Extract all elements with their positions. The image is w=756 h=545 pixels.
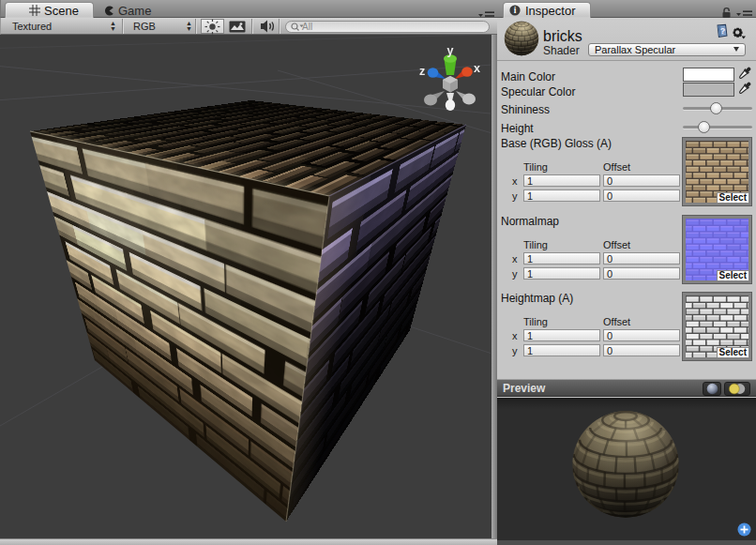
svg-text:y: y	[447, 47, 454, 57]
svg-text:x: x	[474, 62, 480, 75]
svg-text:?: ?	[720, 26, 726, 36]
svg-text:i: i	[514, 6, 517, 15]
svg-text:z: z	[419, 65, 425, 78]
